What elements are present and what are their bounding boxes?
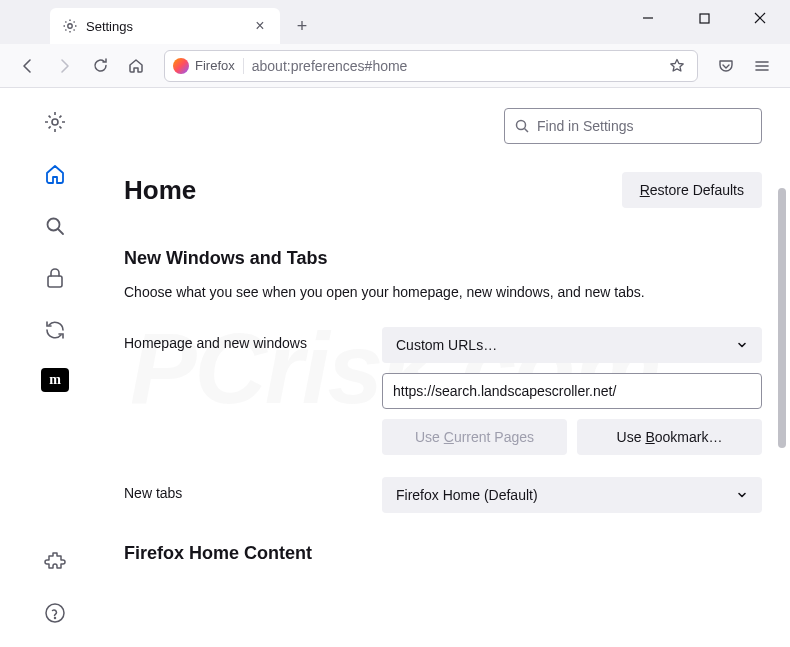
svg-point-8 <box>52 119 58 125</box>
page-title: Home <box>124 175 196 206</box>
sidebar-extensions-icon[interactable] <box>41 547 69 575</box>
newtabs-select-value: Firefox Home (Default) <box>396 487 538 503</box>
use-bookmark-button[interactable]: Use Bookmark… <box>577 419 762 455</box>
sidebar-mozilla-icon[interactable]: m <box>41 368 69 392</box>
sidebar: m <box>0 88 110 647</box>
section-new-windows-desc: Choose what you see when you open your h… <box>124 283 762 303</box>
pocket-button[interactable] <box>710 50 742 82</box>
homepage-select[interactable]: Custom URLs… <box>382 327 762 363</box>
chevron-down-icon <box>736 489 748 501</box>
sidebar-home-icon[interactable] <box>41 160 69 188</box>
svg-point-12 <box>46 604 64 622</box>
svg-point-13 <box>55 618 56 619</box>
new-tab-button[interactable]: + <box>288 12 316 40</box>
svg-rect-11 <box>48 276 62 287</box>
tab-title: Settings <box>86 19 244 34</box>
sidebar-help-icon[interactable] <box>41 599 69 627</box>
main-content: Home RRestore Defaultsestore Defaults Ne… <box>110 88 790 647</box>
close-icon[interactable]: × <box>252 18 268 34</box>
chevron-down-icon <box>736 339 748 351</box>
newtabs-label: New tabs <box>124 477 382 501</box>
settings-search[interactable] <box>504 108 762 144</box>
homepage-label: Homepage and new windows <box>124 327 382 351</box>
use-current-pages-button[interactable]: Use Current Pages <box>382 419 567 455</box>
close-window-button[interactable] <box>738 0 782 36</box>
section-firefox-home-title: Firefox Home Content <box>124 543 762 564</box>
minimize-button[interactable] <box>626 0 670 36</box>
scrollbar-thumb[interactable] <box>778 188 786 448</box>
identity-label: Firefox <box>195 58 235 73</box>
svg-line-10 <box>58 229 63 234</box>
svg-point-14 <box>517 121 526 130</box>
home-button[interactable] <box>120 50 152 82</box>
homepage-select-value: Custom URLs… <box>396 337 497 353</box>
forward-button[interactable] <box>48 50 80 82</box>
svg-rect-2 <box>700 14 709 23</box>
settings-search-input[interactable] <box>537 118 751 134</box>
url-bar[interactable]: Firefox about:preferences#home <box>164 50 698 82</box>
tab-bar: Settings × + <box>0 0 790 44</box>
gear-icon <box>62 18 78 34</box>
section-new-windows-title: New Windows and Tabs <box>124 248 762 269</box>
menu-button[interactable] <box>746 50 778 82</box>
back-button[interactable] <box>12 50 44 82</box>
url-text: about:preferences#home <box>252 58 657 74</box>
sidebar-sync-icon[interactable] <box>41 316 69 344</box>
svg-line-15 <box>525 129 529 133</box>
identity-box[interactable]: Firefox <box>173 58 244 74</box>
homepage-url-input[interactable] <box>382 373 762 409</box>
svg-point-0 <box>68 24 72 28</box>
reload-button[interactable] <box>84 50 116 82</box>
restore-defaults-button[interactable]: RRestore Defaultsestore Defaults <box>622 172 762 208</box>
toolbar: Firefox about:preferences#home <box>0 44 790 88</box>
browser-tab[interactable]: Settings × <box>50 8 280 44</box>
sidebar-general-icon[interactable] <box>41 108 69 136</box>
sidebar-search-icon[interactable] <box>41 212 69 240</box>
bookmark-star-icon[interactable] <box>665 54 689 78</box>
maximize-button[interactable] <box>682 0 726 36</box>
firefox-icon <box>173 58 189 74</box>
newtabs-select[interactable]: Firefox Home (Default) <box>382 477 762 513</box>
search-icon <box>515 119 529 133</box>
scrollbar[interactable] <box>778 188 788 647</box>
sidebar-privacy-icon[interactable] <box>41 264 69 292</box>
